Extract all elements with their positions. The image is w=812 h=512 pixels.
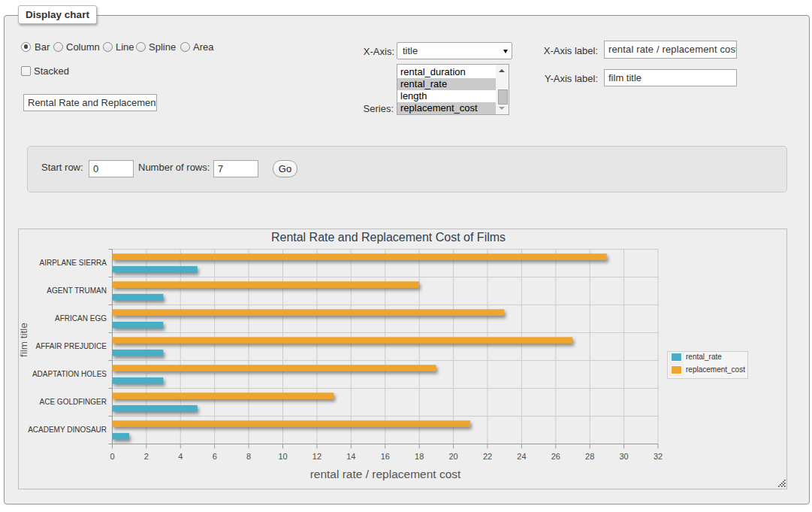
svg-text:ACADEMY DINOSAUR: ACADEMY DINOSAUR bbox=[28, 426, 107, 434]
svg-text:4: 4 bbox=[178, 452, 183, 461]
svg-text:ADAPTATION HOLES: ADAPTATION HOLES bbox=[32, 370, 107, 378]
svg-text:26: 26 bbox=[551, 452, 560, 461]
svg-text:AFFAIR PREJUDICE: AFFAIR PREJUDICE bbox=[36, 342, 107, 350]
svg-text:2: 2 bbox=[144, 452, 149, 461]
svg-text:ACE GOLDFINGER: ACE GOLDFINGER bbox=[40, 398, 107, 406]
svg-text:24: 24 bbox=[517, 452, 526, 461]
svg-text:replacement_cost: replacement_cost bbox=[686, 365, 745, 374]
svg-text:AFRICAN EGG: AFRICAN EGG bbox=[55, 314, 107, 323]
svg-text:22: 22 bbox=[483, 452, 492, 461]
svg-text:18: 18 bbox=[415, 452, 424, 461]
svg-text:14: 14 bbox=[346, 452, 355, 461]
svg-text:20: 20 bbox=[448, 452, 457, 461]
svg-text:28: 28 bbox=[585, 452, 594, 461]
svg-text:10: 10 bbox=[278, 452, 287, 461]
svg-text:Rental Rate and Replacement Co: Rental Rate and Replacement Cost of Film… bbox=[271, 231, 506, 244]
svg-text:32: 32 bbox=[654, 452, 663, 461]
svg-text:6: 6 bbox=[213, 452, 217, 461]
svg-text:16: 16 bbox=[381, 452, 390, 461]
svg-text:rental rate / replacement cost: rental rate / replacement cost bbox=[310, 468, 461, 480]
svg-text:12: 12 bbox=[312, 452, 321, 461]
svg-text:8: 8 bbox=[246, 452, 251, 461]
svg-text:0: 0 bbox=[110, 452, 114, 461]
svg-text:AIRPLANE SIERRA: AIRPLANE SIERRA bbox=[40, 259, 107, 267]
svg-text:film title: film title bbox=[19, 323, 29, 357]
svg-text:rental_rate: rental_rate bbox=[686, 353, 722, 361]
svg-text:AGENT TRUMAN: AGENT TRUMAN bbox=[47, 286, 107, 295]
svg-text:30: 30 bbox=[619, 452, 628, 461]
